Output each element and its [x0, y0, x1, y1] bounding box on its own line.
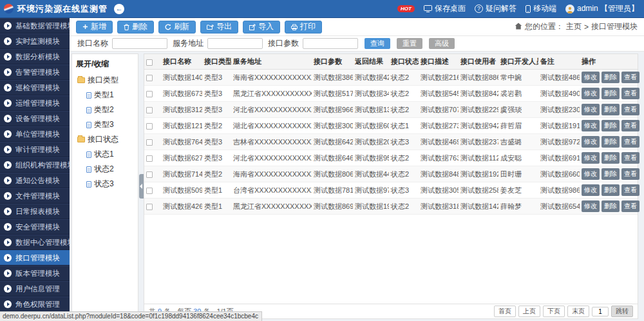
sidebar-item[interactable]: 安全管理模块 [0, 219, 70, 235]
refresh-button[interactable]: 刷新 [158, 21, 196, 34]
next-page-button[interactable]: 下页 [543, 306, 565, 317]
delete-row-button[interactable]: 删除 [601, 152, 620, 164]
sidebar-item[interactable]: 单位管理模块 [0, 126, 70, 142]
row-checkbox[interactable] [146, 75, 153, 81]
table-cell: 吉盛璐 [498, 134, 538, 150]
tree-group-label: 接口类型 [88, 75, 118, 86]
row-checkbox[interactable] [146, 204, 153, 210]
query-button[interactable]: 查询 [365, 38, 390, 49]
tree-group[interactable]: 接口状态 [75, 132, 135, 147]
tree-leaf[interactable]: 状态1 [75, 147, 135, 162]
tree-leaf[interactable]: 类型2 [75, 102, 135, 117]
sidebar-item[interactable]: 巡检管理模块 [0, 80, 70, 95]
mobile-button[interactable]: 移动端 [526, 3, 556, 14]
sidebar-item[interactable]: 角色权限管理 [0, 297, 70, 312]
view-button[interactable]: 查看 [621, 184, 639, 196]
delete-row-button[interactable]: 删除 [601, 72, 620, 83]
modify-button[interactable]: 修改 [582, 168, 600, 180]
interface-name-input[interactable] [112, 38, 167, 49]
modify-button[interactable]: 修改 [582, 104, 600, 115]
sidebar-item[interactable]: 基础数据管理模块 [0, 18, 70, 34]
qa-button[interactable]: ? 疑问解答 [475, 3, 516, 14]
sidebar-item[interactable]: 数据中心管理模块 [0, 235, 70, 250]
delete-button[interactable]: 删除 [117, 21, 154, 34]
select-all-checkbox[interactable] [146, 59, 153, 66]
delete-row-button[interactable]: 删除 [601, 88, 620, 99]
tree-collapse-handle[interactable] [139, 174, 144, 199]
row-checkbox[interactable] [146, 188, 153, 194]
first-page-button[interactable]: 首页 [494, 306, 516, 317]
delete-row-button[interactable]: 删除 [601, 120, 620, 131]
view-button[interactable]: 查看 [621, 168, 639, 180]
sidebar-item[interactable]: 组织机构管理模块 [0, 157, 70, 173]
modify-button[interactable]: 修改 [582, 200, 600, 212]
jump-page-input[interactable] [592, 307, 609, 316]
modify-button[interactable]: 修改 [582, 72, 600, 83]
file-icon [86, 151, 91, 158]
view-button[interactable]: 查看 [621, 152, 639, 164]
modify-button[interactable]: 修改 [582, 184, 600, 196]
row-checkbox[interactable] [146, 91, 153, 97]
view-button[interactable]: 查看 [621, 72, 639, 83]
print-button[interactable]: 打印 [285, 21, 322, 34]
search-bar: 接口名称 服务地址 接口参数 查询 重置 高级 [70, 36, 644, 52]
tree-group[interactable]: 接口类型 [75, 73, 135, 88]
delete-row-button[interactable]: 删除 [601, 168, 620, 180]
row-checkbox[interactable] [146, 155, 153, 162]
sidebar-item[interactable]: 通知公告模块 [0, 173, 70, 188]
row-checkbox[interactable] [146, 123, 153, 130]
last-page-button[interactable]: 末页 [567, 306, 589, 317]
tree-leaf[interactable]: 类型1 [75, 88, 135, 102]
table-cell: 测试数据7815 [312, 182, 353, 199]
delete-row-button[interactable]: 删除 [601, 136, 620, 148]
sidebar-item[interactable]: 设备管理模块 [0, 111, 70, 126]
add-button[interactable]: 新增 [76, 21, 113, 34]
interface-param-input[interactable] [303, 38, 358, 49]
prev-page-button[interactable]: 上页 [518, 306, 540, 317]
sidebar-item[interactable]: 日常报表模块 [0, 204, 70, 219]
tree-leaf[interactable]: 类型3 [75, 117, 135, 132]
save-desktop-button[interactable]: 保存桌面 [424, 3, 466, 14]
row-checkbox[interactable] [146, 107, 153, 113]
table-cell: 湖北省XXXXXXXXXXXXXXXXX [231, 118, 312, 134]
table-cell: 测试数据4230 [353, 70, 389, 86]
sidebar-item[interactable]: 用户信息管理 [0, 281, 70, 297]
export-button[interactable]: 导出 [200, 21, 238, 34]
jump-button[interactable]: 跳转 [611, 306, 633, 317]
breadcrumb-home-link[interactable]: 主页 [566, 21, 582, 32]
row-checkbox[interactable] [146, 171, 153, 178]
import-button[interactable]: 导入 [243, 21, 280, 34]
breadcrumb-current: 接口管理模块 [591, 21, 638, 32]
row-actions: 修改删除查看 [580, 86, 638, 102]
modify-button[interactable]: 修改 [582, 88, 600, 99]
view-button[interactable]: 查看 [621, 200, 639, 212]
sidebar-item[interactable]: 运维管理模块 [0, 95, 70, 111]
advanced-button[interactable]: 高级 [429, 38, 455, 49]
avatar-icon [565, 5, 574, 14]
back-arrow-icon[interactable]: ← [114, 4, 124, 14]
modify-button[interactable]: 修改 [582, 136, 600, 148]
sidebar-item[interactable]: 接口管理模块 [0, 250, 70, 266]
sidebar-item[interactable]: 文件管理模块 [0, 188, 70, 204]
row-checkbox[interactable] [146, 139, 153, 146]
view-button[interactable]: 查看 [621, 120, 639, 131]
view-button[interactable]: 查看 [621, 136, 639, 148]
delete-row-button[interactable]: 删除 [601, 184, 620, 196]
sidebar-item[interactable]: 告警管理模块 [0, 64, 70, 80]
delete-row-button[interactable]: 删除 [601, 200, 620, 212]
tree-toggle[interactable]: 展开/收缩 [76, 59, 135, 70]
tree-leaf[interactable]: 状态2 [75, 162, 135, 177]
user-menu[interactable]: admin 【管理员】 [565, 3, 639, 14]
sidebar-item[interactable]: 数据分析模块 [0, 49, 70, 64]
sidebar-item[interactable]: 实时监测模块 [0, 34, 70, 49]
delete-row-button[interactable]: 删除 [601, 104, 620, 115]
view-button[interactable]: 查看 [621, 104, 639, 115]
reset-button[interactable]: 重置 [397, 38, 422, 49]
sidebar-item[interactable]: 审计管理模块 [0, 142, 70, 157]
service-address-input[interactable] [207, 38, 263, 49]
view-button[interactable]: 查看 [621, 88, 639, 99]
modify-button[interactable]: 修改 [582, 152, 600, 164]
modify-button[interactable]: 修改 [582, 120, 600, 131]
tree-leaf[interactable]: 状态3 [75, 177, 135, 191]
sidebar-item[interactable]: 版本管理模块 [0, 266, 70, 281]
